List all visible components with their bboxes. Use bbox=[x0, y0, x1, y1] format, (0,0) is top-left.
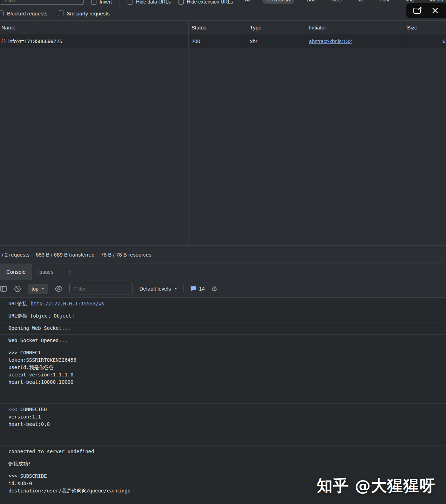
network-filter-toolbar: Invert Hide data URLs Hide extension URL… bbox=[0, 0, 446, 6]
column-header-size[interactable]: Size bbox=[404, 21, 446, 34]
name-column-track bbox=[0, 48, 189, 245]
request-size-cell: 6 bbox=[404, 34, 446, 48]
initiator-column-track bbox=[306, 48, 404, 245]
drawer-tab-bar: Console Issues bbox=[0, 264, 446, 280]
tab-issues[interactable]: Issues bbox=[32, 264, 60, 280]
network-table-body bbox=[0, 48, 446, 245]
screenshot-icon[interactable] bbox=[413, 6, 422, 15]
filter-chip-js[interactable]: JS bbox=[353, 0, 367, 4]
console-message: 链接成功! bbox=[0, 458, 446, 470]
third-party-requests-checkbox-box[interactable] bbox=[58, 11, 63, 16]
size-column-track bbox=[404, 48, 446, 245]
zhihu-watermark: 知乎 @大猩猩呀 bbox=[317, 475, 435, 496]
add-tab-icon[interactable] bbox=[66, 269, 72, 275]
request-initiator-cell: abstract-xhr.js:132 bbox=[306, 34, 404, 48]
blocked-requests-label: Blocked requests bbox=[7, 11, 47, 16]
console-message-count[interactable]: 14 bbox=[190, 286, 205, 292]
column-header-type[interactable]: Type bbox=[247, 21, 306, 34]
console-toolbar: top Default levels 14 ⚙ bbox=[0, 280, 446, 298]
clear-console-icon[interactable] bbox=[14, 285, 21, 293]
hide-data-urls-label: Hide data URLs bbox=[136, 0, 171, 5]
type-column-track bbox=[247, 48, 306, 245]
console-message: URL链接 [object Object] bbox=[0, 310, 446, 322]
third-party-requests-checkbox[interactable]: 3rd-party requests bbox=[58, 11, 110, 16]
request-name-cell: {} info?t=1713506699725 bbox=[0, 34, 189, 48]
console-context-selector[interactable]: top bbox=[28, 284, 48, 294]
toolbar-divider bbox=[120, 0, 120, 6]
filter-chip-font[interactable]: Font bbox=[375, 0, 393, 4]
console-message: Opening Web Socket... bbox=[0, 322, 446, 335]
chevron-down-icon bbox=[41, 288, 44, 290]
message-count-value: 14 bbox=[199, 286, 205, 292]
console-message: >>> CONNECT token:SSSRIRTOKEN326458 user… bbox=[0, 347, 446, 404]
hide-data-urls-checkbox[interactable]: Hide data URLs bbox=[128, 0, 171, 6]
message-bubble-icon bbox=[190, 286, 196, 292]
live-expression-eye-icon[interactable] bbox=[54, 285, 63, 293]
request-name: info?t=1713506699725 bbox=[8, 38, 62, 44]
invert-label: Invert bbox=[100, 0, 112, 5]
devtools-window: Invert Hide data URLs Hide extension URL… bbox=[0, 0, 446, 504]
capture-overlay bbox=[406, 3, 446, 18]
hide-data-urls-checkbox-box[interactable] bbox=[128, 0, 133, 5]
status-column-track bbox=[189, 48, 247, 245]
column-header-status[interactable]: Status bbox=[189, 21, 247, 34]
console-filter-input[interactable] bbox=[69, 283, 133, 294]
summary-resources: 78 B / 78 B resources bbox=[101, 252, 151, 258]
initiator-link[interactable]: abstract-xhr.js:132 bbox=[309, 38, 352, 44]
tab-console[interactable]: Console bbox=[0, 264, 32, 280]
hide-extension-urls-checkbox-box[interactable] bbox=[178, 0, 184, 5]
summary-requests: 1 / 2 requests bbox=[0, 252, 29, 258]
hide-extension-urls-checkbox[interactable]: Hide extension URLs bbox=[178, 0, 233, 6]
network-table-header: Name Status Type Initiator Size bbox=[0, 20, 446, 34]
request-status-cell: 200 bbox=[189, 34, 247, 48]
invert-checkbox-box[interactable] bbox=[91, 0, 96, 5]
filter-chip-fetch-xhr[interactable]: Fetch/XHR bbox=[262, 0, 295, 4]
chevron-down-icon bbox=[174, 288, 177, 290]
invert-checkbox[interactable]: Invert bbox=[91, 0, 112, 6]
console-message-text: URL链接 bbox=[8, 301, 27, 306]
console-context-label: top bbox=[32, 286, 38, 292]
console-sidebar-icon[interactable] bbox=[0, 285, 7, 293]
log-levels-label: Default levels bbox=[139, 286, 171, 292]
filter-chip-doc[interactable]: Doc bbox=[302, 0, 319, 4]
console-message: <<< CONNECTED version:1.1 heart-beat:0,0 bbox=[0, 404, 446, 446]
network-summary-bar: 1 / 2 requests 689 B / 689 B transferred… bbox=[0, 245, 446, 264]
filter-chip-all[interactable]: All bbox=[241, 0, 255, 4]
console-message: URL链接http://127.0.0.1:15553/ws bbox=[0, 298, 446, 310]
third-party-requests-label: 3rd-party requests bbox=[67, 11, 110, 16]
close-icon[interactable] bbox=[431, 7, 439, 14]
column-header-initiator[interactable]: Initiator bbox=[306, 21, 404, 34]
log-levels-selector[interactable]: Default levels bbox=[139, 286, 177, 292]
network-request-row[interactable]: {} info?t=1713506699725 200 xhr abstract… bbox=[0, 34, 446, 48]
websocket-url-link[interactable]: http://127.0.0.1:15553/ws bbox=[31, 301, 104, 306]
xhr-request-icon: {} bbox=[1, 39, 6, 44]
console-settings-gear-icon[interactable]: ⚙ bbox=[211, 285, 217, 292]
blocked-requests-checkbox-box[interactable] bbox=[0, 11, 4, 16]
console-message: connected to server undefined bbox=[0, 446, 446, 458]
network-filter-input[interactable] bbox=[1, 0, 83, 5]
filter-chip-css[interactable]: CSS bbox=[327, 0, 346, 4]
console-message-list: URL链接http://127.0.0.1:15553/ws URL链接 [ob… bbox=[0, 298, 446, 504]
summary-transferred: 689 B / 689 B transferred bbox=[36, 252, 95, 258]
console-message: Web Socket Opened... bbox=[0, 335, 446, 347]
toolbar-divider bbox=[183, 284, 184, 293]
column-header-name[interactable]: Name bbox=[0, 21, 189, 34]
hide-extension-urls-label: Hide extension URLs bbox=[187, 0, 233, 5]
request-type-cell: xhr bbox=[247, 34, 306, 48]
blocked-requests-checkbox[interactable]: Blocked requests bbox=[0, 11, 47, 16]
network-filter-toolbar-row2: Blocked requests 3rd-party requests bbox=[0, 6, 446, 20]
